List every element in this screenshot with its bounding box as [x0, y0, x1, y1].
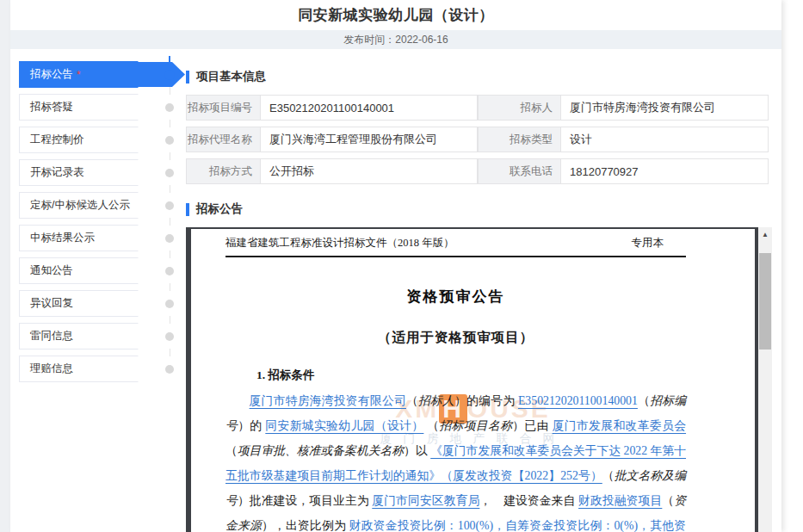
sidebar-item[interactable]: 招标答疑: [19, 94, 186, 121]
section-accent-bar: [186, 203, 189, 216]
info-field-label: 联系电话: [478, 158, 560, 184]
sidebar-item-body: 定标/中标候选人公示: [20, 193, 185, 218]
doc-text: ）已由: [512, 419, 552, 432]
timeline-dot: [165, 136, 174, 145]
info-field-value: 厦门兴海湾工程管理股份有限公司: [260, 127, 478, 152]
page-container: 同安新城实验幼儿园（设计） 发布时间：2022-06-16 招标公告 * 招标答…: [10, 0, 781, 532]
info-field-value: 18120770927: [560, 158, 769, 184]
page-title: 同安新城实验幼儿园（设计）: [298, 5, 494, 25]
document-header-left: 福建省建筑工程标准设计招标文件（2018 年版）: [225, 236, 454, 251]
info-field-label: 招标类型: [478, 127, 560, 152]
timeline-dot: [165, 332, 174, 341]
publish-time-bar: 发布时间：2022-06-16: [10, 30, 781, 49]
doc-text: ），出资比例为: [262, 519, 349, 532]
document-section-heading: 1. 招标条件: [256, 368, 686, 383]
section-accent-bar: [186, 71, 189, 84]
sidebar-item-label: 工程控制价: [30, 133, 84, 147]
timeline-dot: [165, 169, 174, 177]
sidebar-item-body: 雷同信息: [20, 324, 185, 349]
basic-info-table: 招标项目编号 E3502120201100140001 招标人 厦门市特房海湾投…: [186, 95, 769, 184]
doc-link[interactable]: 厦门市特房海湾投资有限公司: [250, 394, 406, 407]
sidebar-item-label: 招标答疑: [30, 100, 73, 114]
info-field-value: 厦门市特房海湾投资有限公司: [560, 95, 769, 121]
required-asterisk: *: [77, 69, 81, 81]
document-title: 资格预审公告: [225, 287, 686, 306]
info-field-label: 招标项目编号: [186, 95, 260, 121]
doc-text: （: [638, 394, 650, 407]
doc-link[interactable]: E3502120201100140001: [518, 394, 638, 407]
doc-link[interactable]: 厦门市发展和改革委员会: [553, 419, 686, 432]
timeline-dot: [165, 103, 174, 112]
timeline-dot: [165, 234, 174, 243]
doc-text: （: [225, 444, 238, 457]
info-field-value: 设计: [560, 127, 769, 152]
sidebar-item[interactable]: 异议回复: [19, 290, 186, 317]
timeline-dot: [165, 267, 174, 275]
sidebar-nav: 招标公告 * 招标答疑 工程控制价 开标记录表 定标/中标候选人公示: [19, 61, 186, 382]
document-paragraph: 厦门市特房海湾投资有限公司（招标人）的编号为 E3502120201100140…: [225, 388, 686, 532]
doc-text: ， 建设资金来自: [479, 494, 578, 507]
doc-link[interactable]: 同安新城实验幼儿园（设计）: [265, 419, 423, 432]
sidebar-item-body: 开标记录表: [20, 160, 185, 185]
doc-italic-text: 招标项目名称: [439, 419, 512, 432]
sidebar-item-label: 招标公告: [30, 67, 73, 82]
info-field-label: 招标代理名称: [186, 127, 260, 152]
sidebar-item[interactable]: 招标公告 *: [19, 61, 186, 88]
info-field-value: E3502120201100140001: [260, 95, 478, 121]
info-field-label: 招标人: [478, 95, 560, 121]
sidebar-item[interactable]: 通知公告: [19, 257, 186, 284]
page-gutter: [0, 0, 10, 532]
doc-text: ）以: [404, 444, 430, 457]
doc-italic-text: 项目审批、核准或备案机关名称: [238, 444, 404, 457]
document-viewer: XMHOUSE 厦门房地产联合网 福建省建筑工程标准设计招标文件（2018 年版…: [186, 227, 772, 532]
scrollbar-up-arrow-icon[interactable]: ▲: [758, 227, 772, 241]
doc-text: （: [406, 394, 418, 407]
sidebar-item-label: 开标记录表: [30, 165, 84, 180]
sidebar: 招标公告 * 招标答疑 工程控制价 开标记录表 定标/中标候选人公示: [10, 61, 186, 532]
sidebar-item-body: 中标结果公示: [20, 226, 185, 251]
document-page: XMHOUSE 厦门房地产联合网 福建省建筑工程标准设计招标文件（2018 年版…: [191, 227, 755, 532]
sidebar-item-label: 理赔信息: [30, 362, 73, 376]
sidebar-item-label: 定标/中标候选人公示: [30, 198, 130, 213]
doc-text: ）的编号为: [454, 394, 518, 407]
sidebar-item-body: 工程控制价: [20, 127, 185, 152]
scrollbar-thumb[interactable]: [759, 253, 771, 350]
doc-text: ）的: [238, 419, 265, 432]
sidebar-item-body: 招标答疑: [20, 95, 185, 120]
section-header-basic-info: 项目基本信息: [186, 69, 772, 84]
doc-text: ）批准建设，项目业主为: [238, 494, 372, 507]
section-title: 项目基本信息: [196, 69, 266, 84]
sidebar-item-body: 异议回复: [20, 291, 185, 316]
document-header-right: 专用本: [632, 236, 664, 251]
document-scrollbar[interactable]: ▲: [758, 227, 772, 532]
doc-link[interactable]: 厦门市同安区教育局: [372, 494, 479, 507]
sidebar-item-label: 异议回复: [30, 296, 73, 311]
sidebar-item[interactable]: 理赔信息: [19, 356, 186, 382]
main-panel: 项目基本信息 招标项目编号 E3502120201100140001 招标人 厦…: [186, 61, 781, 532]
info-field-value: 公开招标: [260, 158, 478, 184]
sidebar-item-label: 通知公告: [30, 263, 73, 278]
sidebar-item-label: 雷同信息: [30, 329, 73, 343]
content-area: 招标公告 * 招标答疑 工程控制价 开标记录表 定标/中标候选人公示: [10, 49, 781, 532]
section-header-announcement: 招标公告: [186, 201, 772, 217]
timeline-dot: [165, 365, 174, 374]
sidebar-item-body: 理赔信息: [20, 356, 185, 381]
timeline-dot: [165, 300, 174, 308]
timeline-dot: [164, 70, 175, 80]
sidebar-item[interactable]: 工程控制价: [19, 127, 186, 153]
document-subtitle: （适用于资格预审项目）: [225, 329, 686, 347]
sidebar-item-body: 通知公告: [20, 258, 185, 283]
timeline-dot: [165, 201, 174, 210]
doc-italic-text: 招标人: [418, 394, 454, 407]
info-field-label: 招标方式: [186, 158, 260, 184]
sidebar-item[interactable]: 定标/中标候选人公示: [19, 192, 186, 219]
publish-time: 发布时间：2022-06-16: [343, 33, 448, 47]
sidebar-item-body: 招标公告 *: [20, 62, 185, 87]
doc-link[interactable]: 财政投融资项目: [578, 494, 662, 507]
sidebar-item[interactable]: 中标结果公示: [19, 225, 186, 251]
sidebar-item[interactable]: 开标记录表: [19, 159, 186, 186]
doc-text: （: [423, 419, 439, 432]
section-title: 招标公告: [196, 201, 243, 217]
sidebar-item[interactable]: 雷同信息: [19, 323, 186, 350]
doc-text: （: [602, 469, 615, 482]
